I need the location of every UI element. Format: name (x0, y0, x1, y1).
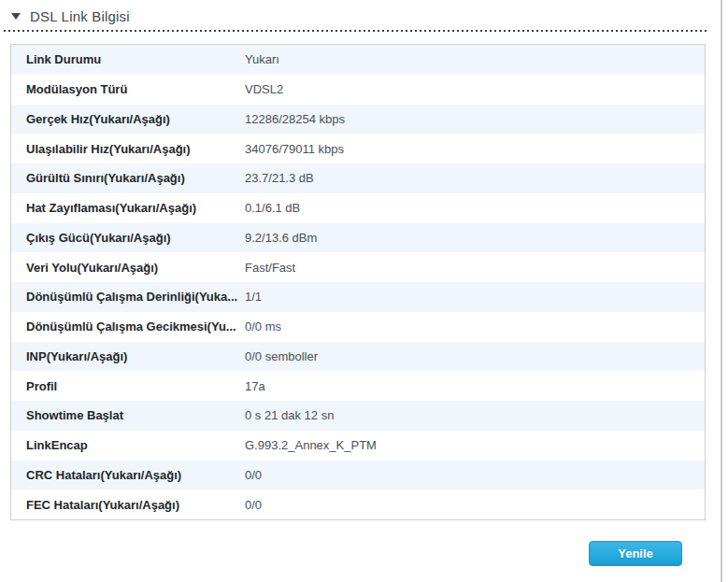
table-row: Profil 17a (11, 371, 705, 401)
row-label: Dönüşümlü Çalışma Gecikmesi(Yu... (26, 319, 245, 334)
page-title: DSL Link Bilgisi (30, 8, 130, 24)
row-label: Hat Zayıflaması(Yukarı/Aşağı) (26, 201, 245, 215)
table-row: Veri Yolu(Yukarı/Aşağı) Fast/Fast (11, 252, 705, 282)
row-label: Ulaşılabilir Hız(Yukarı/Aşağı) (26, 142, 245, 156)
row-label: Showtime Başlat (26, 408, 245, 422)
table-row: Hat Zayıflaması(Yukarı/Aşağı) 0.1/6.1 dB (11, 193, 705, 223)
row-value: Fast/Fast (245, 261, 295, 275)
row-label: LinkEncap (26, 438, 245, 452)
row-label: Profil (26, 379, 245, 393)
collapse-triangle-icon (11, 13, 21, 20)
table-row: INP(Yukarı/Aşağı) 0/0 semboller (11, 342, 705, 372)
refresh-button[interactable]: Yenile (589, 541, 682, 566)
row-label: Modülasyon Türü (26, 82, 245, 96)
table-row: Dönüşümlü Çalışma Gecikmesi(Yu... 0/0 ms (11, 312, 705, 342)
table-row: Gerçek Hız(Yukarı/Aşağı) 12286/28254 kbp… (11, 105, 705, 135)
row-value: 0 s 21 dak 12 sn (245, 408, 334, 422)
row-label: Dönüşümlü Çalışma Derinliği(Yuka... (26, 290, 245, 304)
table-row: FEC Hataları(Yukarı/Aşağı) 0/0 (11, 490, 705, 519)
table-row: Dönüşümlü Çalışma Derinliği(Yuka... 1/1 (11, 282, 705, 312)
section-header-dsl-link-info[interactable]: DSL Link Bilgisi (11, 6, 130, 26)
row-value: 34076/79011 kbps (245, 142, 344, 156)
row-value: 1/1 (245, 290, 262, 304)
row-value: 0.1/6.1 dB (245, 201, 300, 215)
right-edge-divider (721, 0, 722, 582)
table-row: Gürültü Sınırı(Yukarı/Aşağı) 23.7/21.3 d… (11, 163, 705, 193)
row-label: Çıkış Gücü(Yukarı/Aşağı) (26, 231, 245, 245)
row-value: G.993.2_Annex_K_PTM (245, 438, 377, 452)
table-row: Link Durumu Yukarı (11, 45, 705, 75)
table-row: LinkEncap G.993.2_Annex_K_PTM (11, 431, 705, 461)
dotted-divider (4, 30, 707, 32)
row-value: 12286/28254 kbps (245, 112, 345, 126)
row-value: 0/0 (245, 468, 262, 482)
row-label: INP(Yukarı/Aşağı) (26, 349, 245, 363)
dsl-info-table: Link Durumu Yukarı Modülasyon Türü VDSL2… (10, 44, 706, 520)
row-value: 0/0 ms (245, 319, 281, 334)
row-value: 17a (245, 379, 265, 393)
table-row: Çıkış Gücü(Yukarı/Aşağı) 9.2/13.6 dBm (11, 223, 705, 253)
row-label: Veri Yolu(Yukarı/Aşağı) (26, 261, 245, 275)
row-value: 23.7/21.3 dB (245, 171, 314, 185)
row-label: FEC Hataları(Yukarı/Aşağı) (26, 498, 245, 512)
table-row: Showtime Başlat 0 s 21 dak 12 sn (11, 401, 705, 431)
row-value: Yukarı (245, 52, 279, 66)
row-label: Gerçek Hız(Yukarı/Aşağı) (26, 112, 245, 126)
row-label: Link Durumu (26, 52, 245, 66)
table-row: Modülasyon Türü VDSL2 (11, 75, 705, 105)
row-label: CRC Hataları(Yukarı/Aşağı) (26, 468, 245, 482)
row-value: 0/0 (245, 498, 262, 512)
table-row: CRC Hataları(Yukarı/Aşağı) 0/0 (11, 461, 705, 490)
row-value: VDSL2 (245, 82, 283, 96)
row-value: 9.2/13.6 dBm (245, 231, 317, 245)
table-row: Ulaşılabilir Hız(Yukarı/Aşağı) 34076/790… (11, 134, 705, 163)
row-value: 0/0 semboller (245, 349, 318, 363)
row-label: Gürültü Sınırı(Yukarı/Aşağı) (26, 171, 245, 185)
